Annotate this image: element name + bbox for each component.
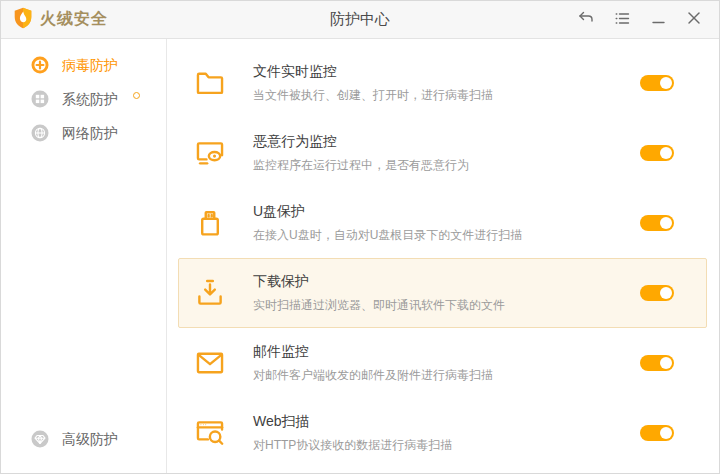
toggle-knob bbox=[660, 217, 672, 229]
protection-row-file-monitor[interactable]: 文件实时监控 当文件被执行、创建、打开时，进行病毒扫描 bbox=[178, 48, 707, 118]
sidebar-item-label: 网络防护 bbox=[62, 125, 118, 143]
protection-list: 文件实时监控 当文件被执行、创建、打开时，进行病毒扫描 恶意行为监控 监控程序在… bbox=[167, 39, 719, 474]
virus-cross-icon bbox=[31, 56, 49, 77]
protection-title: 恶意行为监控 bbox=[253, 133, 469, 151]
sidebar: 病毒防护 系统防护 bbox=[1, 39, 167, 474]
advanced-gem-icon bbox=[31, 430, 49, 451]
toggle-knob bbox=[660, 147, 672, 159]
protection-desc: 监控程序在运行过程中，是否有恶意行为 bbox=[253, 157, 469, 174]
undo-arrow-icon bbox=[578, 11, 594, 29]
protection-desc: 实时扫描通过浏览器、即时通讯软件下载的文件 bbox=[253, 297, 505, 314]
toggle-knob bbox=[660, 287, 672, 299]
protection-row-behavior-monitor[interactable]: 恶意行为监控 监控程序在运行过程中，是否有恶意行为 bbox=[178, 118, 707, 188]
minimize-button[interactable] bbox=[645, 7, 671, 33]
protection-row-usb-protection[interactable]: U盘保护 在接入U盘时，自动对U盘根目录下的文件进行扫描 bbox=[178, 188, 707, 258]
menu-button[interactable] bbox=[609, 7, 635, 33]
sidebar-item-system-protection[interactable]: 系统防护 bbox=[1, 83, 166, 117]
protection-desc: 对HTTP协议接收的数据进行病毒扫描 bbox=[253, 437, 452, 454]
protection-title: U盘保护 bbox=[253, 203, 522, 221]
protection-desc: 当文件被执行、创建、打开时，进行病毒扫描 bbox=[253, 87, 493, 104]
titlebar: 火绒安全 防护中心 bbox=[1, 1, 719, 39]
toggle-file-monitor[interactable] bbox=[640, 75, 674, 91]
system-windows-icon bbox=[31, 90, 49, 111]
app-name: 火绒安全 bbox=[40, 9, 108, 30]
protection-title: 邮件监控 bbox=[253, 343, 493, 361]
close-button[interactable] bbox=[681, 7, 707, 33]
toggle-mail-monitor[interactable] bbox=[640, 355, 674, 371]
folder-icon bbox=[192, 65, 228, 101]
toggle-knob bbox=[660, 77, 672, 89]
update-badge-icon bbox=[133, 92, 140, 99]
protection-row-download-protection[interactable]: 下载保护 实时扫描通过浏览器、即时通讯软件下载的文件 bbox=[178, 258, 707, 328]
minimize-icon bbox=[652, 11, 665, 29]
protection-row-web-scan[interactable]: Web扫描 对HTTP协议接收的数据进行病毒扫描 bbox=[178, 398, 707, 468]
sidebar-item-label: 系统防护 bbox=[62, 91, 118, 109]
toggle-usb-protection[interactable] bbox=[640, 215, 674, 231]
protection-desc: 在接入U盘时，自动对U盘根目录下的文件进行扫描 bbox=[253, 227, 522, 244]
toggle-behavior-monitor[interactable] bbox=[640, 145, 674, 161]
sidebar-item-virus-protection[interactable]: 病毒防护 bbox=[1, 49, 166, 83]
web-scan-icon bbox=[192, 415, 228, 451]
sidebar-item-advanced-protection[interactable]: 高级防护 bbox=[1, 423, 166, 457]
protection-title: 下载保护 bbox=[253, 273, 505, 291]
toggle-web-scan[interactable] bbox=[640, 425, 674, 441]
toggle-knob bbox=[660, 357, 672, 369]
window-controls bbox=[573, 7, 707, 33]
network-globe-icon bbox=[31, 124, 49, 145]
usb-drive-icon bbox=[192, 205, 228, 241]
toggle-download-protection[interactable] bbox=[640, 285, 674, 301]
toggle-knob bbox=[660, 427, 672, 439]
download-icon bbox=[192, 275, 228, 311]
protection-row-mail-monitor[interactable]: 邮件监控 对邮件客户端收发的邮件及附件进行病毒扫描 bbox=[178, 328, 707, 398]
sidebar-item-label: 病毒防护 bbox=[62, 57, 118, 75]
protection-title: 文件实时监控 bbox=[253, 63, 493, 81]
app-logo: 火绒安全 bbox=[13, 7, 108, 33]
protection-desc: 对邮件客户端收发的邮件及附件进行病毒扫描 bbox=[253, 367, 493, 384]
shield-flame-icon bbox=[13, 7, 33, 33]
sidebar-item-network-protection[interactable]: 网络防护 bbox=[1, 117, 166, 151]
behavior-monitor-icon bbox=[192, 135, 228, 171]
protection-title: Web扫描 bbox=[253, 413, 452, 431]
close-icon bbox=[687, 11, 701, 29]
menu-list-icon bbox=[615, 11, 630, 29]
sidebar-item-label: 高级防护 bbox=[62, 431, 118, 449]
mail-icon bbox=[192, 345, 228, 381]
back-button[interactable] bbox=[573, 7, 599, 33]
